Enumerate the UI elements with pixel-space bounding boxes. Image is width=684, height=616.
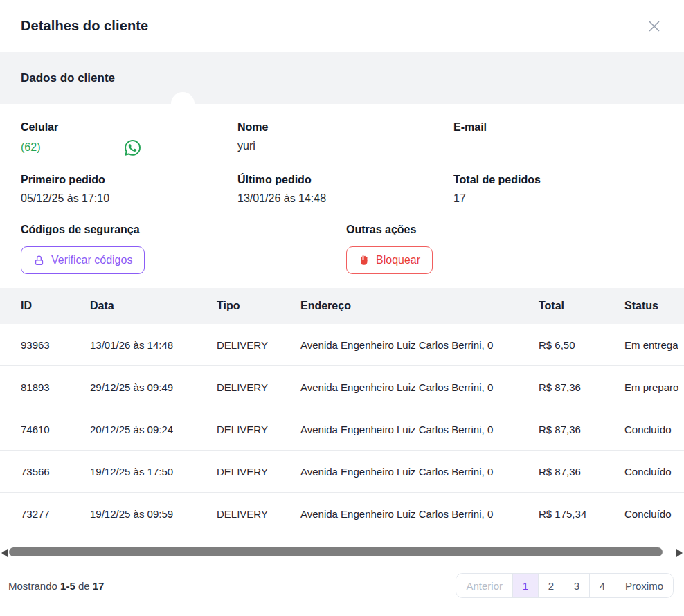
order-date-cell: 13/01/26 às 14:48 (90, 339, 217, 351)
order-date-cell: 19/12/25 às 09:59 (90, 508, 217, 520)
order-date-cell: 19/12/25 às 17:50 (90, 466, 217, 478)
field-label: Primeiro pedido (21, 174, 237, 186)
field-label: Celular (21, 121, 237, 134)
table-row: 73566 19/12/25 às 17:50 DELIVERY Avenida… (0, 451, 684, 493)
details-row-actions: Códigos de segurança Verificar códigos O… (21, 224, 663, 274)
whatsapp-icon[interactable] (125, 140, 141, 156)
order-total-cell: R$ 87,36 (539, 466, 624, 478)
verify-codes-label: Verificar códigos (51, 254, 132, 266)
block-button[interactable]: Bloquear (346, 246, 433, 274)
order-status-cell: Em preparo (624, 381, 684, 393)
next-page-button[interactable]: Proximo (615, 574, 673, 597)
order-total-cell: R$ 6,50 (539, 339, 624, 351)
section-title: Dados do cliente (21, 71, 115, 85)
security-codes-label: Códigos de segurança (21, 224, 346, 236)
scroll-right-arrow-icon[interactable] (676, 549, 683, 557)
order-id-cell: 73277 (21, 508, 90, 520)
customer-data-section: Celular (62) Nome yuri E-mail (0, 104, 684, 288)
verify-codes-button[interactable]: Verificar códigos (21, 246, 145, 274)
showing-summary: Mostrando 1-5 de 17 (8, 580, 104, 592)
page-button[interactable]: 1 (513, 574, 539, 597)
field-total-pedidos: Total de pedidos 17 (453, 174, 663, 206)
field-value: 17 (453, 192, 663, 206)
pagination: Anterior 1 2 3 4 Proximo (456, 573, 674, 598)
phone-link[interactable]: (62) (21, 141, 47, 154)
order-id-cell: 73566 (21, 466, 90, 478)
order-address-cell: Avenida Engenheiro Luiz Carlos Berrini, … (300, 339, 539, 351)
order-address-cell: Avenida Engenheiro Luiz Carlos Berrini, … (300, 466, 539, 478)
order-date-cell: 29/12/25 às 09:49 (90, 381, 217, 393)
page-button[interactable]: 3 (564, 574, 590, 597)
table-row: 73277 19/12/25 às 09:59 DELIVERY Avenida… (0, 493, 684, 535)
order-id-cell: 74610 (21, 424, 90, 435)
field-label: E-mail (453, 121, 663, 134)
order-address-cell: Avenida Engenheiro Luiz Carlos Berrini, … (300, 508, 539, 520)
col-header-total: Total (539, 300, 624, 312)
section-header-bar: Dados do cliente (0, 52, 684, 104)
scrollbar-thumb[interactable] (9, 547, 663, 556)
table-header-row: ID Data Tipo Endereço Total Status (0, 288, 684, 324)
hand-icon (359, 255, 370, 266)
previous-page-button[interactable]: Anterior (456, 574, 513, 597)
other-actions-group: Outras ações Bloquear (346, 224, 663, 274)
table-body: 93963 13/01/26 às 14:48 DELIVERY Avenida… (0, 324, 684, 535)
lock-icon (33, 255, 45, 266)
showing-range: 1-5 (60, 580, 75, 592)
col-header-tipo: Tipo (217, 300, 300, 312)
order-id-cell: 93963 (21, 339, 90, 351)
col-header-id: ID (21, 300, 90, 312)
order-id-cell: 81893 (21, 381, 90, 393)
table-row: 93963 13/01/26 às 14:48 DELIVERY Avenida… (0, 324, 684, 366)
order-total-cell: R$ 175,34 (539, 508, 624, 520)
order-type-cell: DELIVERY (217, 381, 300, 393)
field-label: Total de pedidos (453, 174, 663, 186)
col-header-data: Data (90, 300, 217, 312)
showing-total: 17 (93, 580, 105, 592)
field-label: Último pedido (237, 174, 453, 186)
field-celular: Celular (62) (21, 121, 237, 156)
horizontal-scrollbar[interactable] (0, 547, 684, 561)
security-codes-group: Códigos de segurança Verificar códigos (21, 224, 346, 274)
order-status-cell: Em entrega (624, 339, 684, 351)
col-header-endereco: Endereço (300, 300, 539, 312)
order-address-cell: Avenida Engenheiro Luiz Carlos Berrini, … (300, 381, 539, 393)
order-status-cell: Concluído (624, 508, 684, 520)
page-button[interactable]: 2 (539, 574, 564, 597)
modal-header: Detalhes do cliente (0, 0, 684, 52)
order-status-cell: Concluído (624, 466, 684, 478)
orders-table: ID Data Tipo Endereço Total Status 93963… (0, 288, 684, 535)
close-button[interactable] (644, 16, 665, 37)
block-label: Bloquear (376, 254, 420, 266)
order-status-cell: Concluído (624, 424, 684, 435)
order-total-cell: R$ 87,36 (539, 381, 624, 393)
field-ultimo-pedido: Último pedido 13/01/26 às 14:48 (237, 174, 453, 206)
field-email: E-mail (453, 121, 663, 156)
order-type-cell: DELIVERY (217, 508, 300, 520)
details-row-2: Primeiro pedido 05/12/25 às 17:10 Último… (21, 174, 663, 206)
page-button[interactable]: 4 (590, 574, 615, 597)
order-address-cell: Avenida Engenheiro Luiz Carlos Berrini, … (300, 424, 539, 435)
table-row: 74610 20/12/25 às 09:24 DELIVERY Avenida… (0, 408, 684, 451)
field-nome: Nome yuri (237, 121, 453, 156)
decorative-notch (171, 92, 195, 116)
close-icon (647, 19, 662, 34)
order-total-cell: R$ 87,36 (539, 424, 624, 435)
table-row: 81893 29/12/25 às 09:49 DELIVERY Avenida… (0, 366, 684, 408)
col-header-status: Status (624, 300, 684, 312)
details-row-1: Celular (62) Nome yuri E-mail (21, 121, 663, 156)
modal-title: Detalhes do cliente (21, 18, 148, 34)
field-value: 13/01/26 às 14:48 (237, 192, 453, 206)
field-value: 05/12/25 às 17:10 (21, 192, 237, 206)
table-footer: Mostrando 1-5 de 17 Anterior 1 2 3 4 Pro… (0, 569, 684, 598)
customer-details-modal: Detalhes do cliente Dados do cliente Cel… (0, 0, 684, 616)
order-type-cell: DELIVERY (217, 466, 300, 478)
order-type-cell: DELIVERY (217, 339, 300, 351)
field-label: Nome (237, 121, 453, 134)
order-type-cell: DELIVERY (217, 424, 300, 435)
field-value: yuri (237, 140, 453, 153)
field-value (453, 140, 663, 153)
field-primeiro-pedido: Primeiro pedido 05/12/25 às 17:10 (21, 174, 237, 206)
scroll-left-arrow-icon[interactable] (1, 549, 8, 557)
order-date-cell: 20/12/25 às 09:24 (90, 424, 217, 435)
other-actions-label: Outras ações (346, 224, 663, 236)
